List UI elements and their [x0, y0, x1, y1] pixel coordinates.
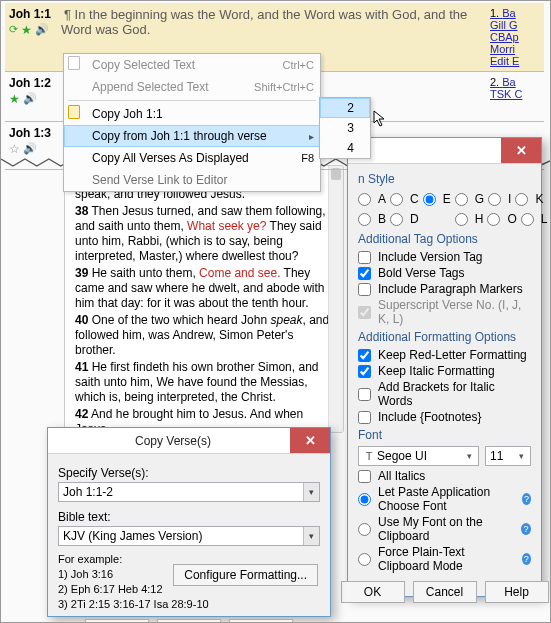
commentary-link[interactable]: TSK C — [490, 88, 544, 100]
bible-text-combo[interactable]: KJV (King James Version) ▾ — [58, 526, 320, 546]
help-icon[interactable]: ? — [522, 493, 531, 505]
specify-verses-input[interactable]: Joh 1:1-2 ▾ — [58, 482, 320, 502]
star-icon[interactable]: ★ — [9, 93, 20, 105]
group-header: n Style — [358, 172, 531, 186]
radio-style-a[interactable] — [358, 193, 371, 206]
radio-style-c[interactable] — [390, 193, 403, 206]
font-size-combo[interactable]: 11 ▾ — [485, 446, 531, 466]
verse-number: 39 — [75, 266, 88, 280]
font-family-combo[interactable]: T Segoe UI ▾ — [358, 446, 479, 466]
submenu-item[interactable]: 4 — [320, 138, 370, 158]
close-icon: ✕ — [516, 143, 527, 158]
check-add-brackets[interactable] — [358, 388, 371, 401]
commentary-link[interactable]: Gill G — [490, 19, 544, 31]
context-menu: Copy Selected Text Ctrl+C Append Selecte… — [63, 53, 321, 192]
radio-style-i[interactable] — [488, 193, 501, 206]
chevron-down-icon: ▾ — [514, 451, 528, 461]
verse-number: 40 — [75, 313, 88, 327]
cancel-button[interactable]: Cancel — [413, 581, 477, 603]
context-submenu: 2 3 4 — [319, 97, 371, 159]
commentary-links: 1. Ba Gill G CBAp Morri Edit E — [486, 3, 544, 71]
scroll-track[interactable] — [328, 166, 343, 432]
verse-reference: Joh 1:2 — [9, 76, 57, 90]
red-letter-text: What seek ye? — [187, 219, 266, 233]
menu-item-copy-selected[interactable]: Copy Selected Text Ctrl+C — [64, 54, 320, 76]
radio-style-e[interactable] — [423, 193, 436, 206]
chevron-down-icon[interactable]: ▾ — [303, 483, 319, 501]
ok-button[interactable]: OK — [341, 581, 405, 603]
close-button[interactable]: ✕ — [290, 428, 330, 453]
radio-style-b[interactable] — [358, 213, 371, 226]
verse-number: 38 — [75, 204, 88, 218]
ok-button[interactable]: OK — [85, 619, 149, 623]
check-superscript-verseno — [358, 306, 371, 319]
menu-item-append-selected[interactable]: Append Selected Text Shift+Ctrl+C — [64, 76, 320, 98]
menu-item-copy-joh11[interactable]: Copy Joh 1:1 — [64, 103, 320, 125]
radio-style-k[interactable] — [515, 193, 528, 206]
menu-item-send-verse-link[interactable]: Send Verse Link to Editor — [64, 169, 320, 191]
refresh-icon[interactable]: ⟳ — [9, 23, 18, 36]
commentary-link[interactable]: 2. Ba — [490, 76, 544, 88]
check-include-version[interactable] — [358, 251, 371, 264]
speaker-icon[interactable]: 🔊 — [23, 142, 37, 155]
check-keep-italic[interactable] — [358, 365, 371, 378]
submenu-item[interactable]: 3 — [320, 118, 370, 138]
radio-style-o[interactable] — [487, 213, 500, 226]
submenu-item[interactable]: 2 — [320, 98, 370, 118]
radio-let-paste[interactable] — [358, 493, 371, 506]
dialog-titlebar[interactable]: Copy Verse(s) ✕ — [48, 428, 330, 454]
copy-icon — [68, 105, 80, 119]
verse-number: 42 — [75, 407, 88, 421]
verse-number: 41 — [75, 360, 88, 374]
speaker-icon[interactable]: 🔊 — [35, 23, 49, 36]
font-tt-icon: T — [363, 450, 375, 462]
dialog-titlebar[interactable]: ✕ — [348, 138, 541, 164]
group-header: Additional Tag Options — [358, 232, 531, 246]
menu-item-copy-all[interactable]: Copy All Verses As Displayed F8 — [64, 147, 320, 169]
cancel-button[interactable]: Cancel — [157, 619, 221, 623]
dialog-title: Copy Verse(s) — [56, 434, 290, 448]
field-label: Specify Verse(s): — [58, 466, 320, 480]
speaker-icon[interactable]: 🔊 — [23, 92, 37, 105]
formatting-options-dialog: ✕ n Style A C E G I K B D X H O L Additi… — [347, 137, 542, 597]
field-label: Bible text: — [58, 510, 320, 524]
radio-force-plain[interactable] — [358, 553, 371, 566]
help-icon[interactable]: ? — [521, 523, 531, 535]
check-include-footnotes[interactable] — [358, 411, 371, 424]
star-outline-icon[interactable]: ☆ — [9, 143, 20, 155]
radio-use-my-font[interactable] — [358, 523, 371, 536]
red-letter-text: Come and see. — [199, 266, 280, 280]
style-radio-row: A C E G I K — [358, 190, 531, 208]
radio-style-d[interactable] — [390, 213, 403, 226]
help-button[interactable]: Help — [229, 619, 293, 623]
check-keep-red[interactable] — [358, 349, 371, 362]
commentary-links: 2. Ba TSK C — [486, 72, 544, 121]
style-radio-row: B D X H O L — [358, 210, 531, 228]
commentary-link[interactable]: 1. Ba — [490, 7, 544, 19]
radio-style-g[interactable] — [455, 193, 468, 206]
chevron-right-icon: ▸ — [309, 131, 314, 142]
check-bold-verse[interactable] — [358, 267, 371, 280]
check-include-para[interactable] — [358, 283, 371, 296]
menu-item-copy-through[interactable]: Copy from Joh 1:1 through verse ▸ — [64, 125, 320, 147]
close-icon: ✕ — [305, 433, 316, 448]
configure-formatting-button[interactable]: Configure Formatting... — [173, 564, 318, 586]
check-all-italics[interactable] — [358, 470, 371, 483]
group-header: Font — [358, 428, 531, 442]
verse-reference: Joh 1:3 — [9, 126, 57, 140]
copy-icon — [68, 56, 80, 70]
close-button[interactable]: ✕ — [501, 138, 541, 163]
chevron-down-icon[interactable]: ▾ — [303, 527, 319, 545]
help-icon[interactable]: ? — [522, 553, 531, 565]
radio-style-l[interactable] — [521, 213, 534, 226]
commentary-link[interactable]: Morri — [490, 43, 544, 55]
italic-text: speak — [270, 313, 302, 327]
radio-style-h[interactable] — [455, 213, 468, 226]
copy-verses-dialog: Copy Verse(s) ✕ Specify Verse(s): Joh 1:… — [47, 427, 331, 617]
star-icon[interactable]: ★ — [21, 24, 32, 36]
help-button[interactable]: Help — [485, 581, 549, 603]
commentary-link[interactable]: Edit E — [490, 55, 544, 67]
chevron-down-icon: ▾ — [462, 451, 476, 461]
commentary-link[interactable]: CBAp — [490, 31, 544, 43]
menu-separator — [68, 100, 316, 101]
